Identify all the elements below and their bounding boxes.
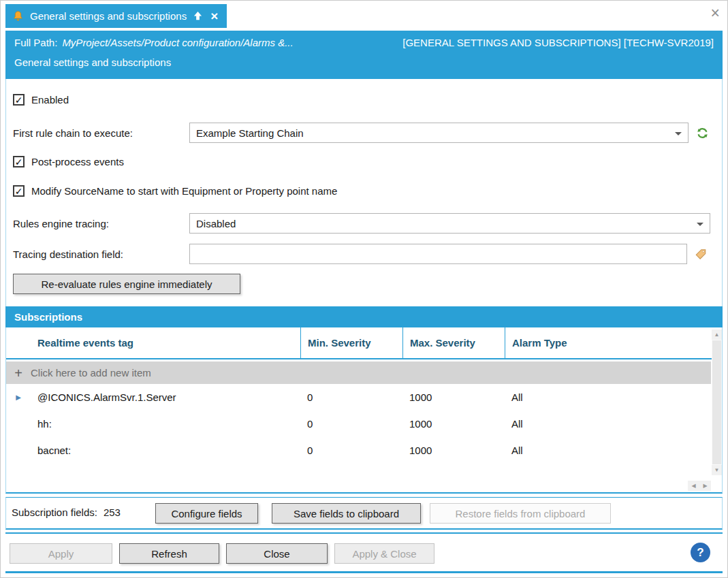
context-info: [GENERAL SETTINGS AND SUBSCRIPTIONS] [TE…	[402, 37, 714, 48]
check-icon: ✓	[15, 187, 23, 196]
help-glyph: ?	[697, 546, 703, 560]
column-header-tag[interactable]: Realtime events tag	[31, 327, 300, 358]
rules-engine-tracing-value: Disabled	[196, 218, 236, 229]
footer: Apply Refresh Close Apply & Close ?	[5, 532, 723, 573]
scroll-right-icon[interactable]: ▶	[699, 481, 711, 491]
modify-sourcename-checkbox[interactable]: ✓	[13, 185, 25, 197]
close-button[interactable]: Close	[226, 543, 328, 564]
full-path-label: Full Path:	[14, 37, 57, 48]
first-rule-chain-row: First rule chain to execute: Example Sta…	[13, 123, 709, 143]
tag-icon[interactable]	[695, 248, 707, 260]
scroll-up-icon[interactable]: ▲	[712, 330, 722, 340]
tracing-destination-row: Tracing destination field:	[13, 244, 707, 264]
vertical-scrollbar[interactable]: ▲ ▼	[712, 330, 722, 475]
tab-close-icon[interactable]: ×	[210, 10, 218, 22]
cell-tag: hh:	[31, 418, 300, 430]
table-header-row: Realtime events tag Min. Severity Max. S…	[6, 327, 722, 359]
row-expander-cell[interactable]: ▶	[6, 394, 31, 401]
cell-alarm-type: All	[505, 445, 711, 456]
post-process-label: Post-process events	[31, 156, 124, 167]
cell-max-severity: 1000	[402, 418, 505, 430]
plus-icon: +	[6, 366, 31, 380]
cell-tag: @ICONICS.AlarmSvr.1.Server	[31, 391, 300, 403]
subscription-fields-label: Subscription fields:	[12, 507, 97, 518]
reevaluate-row: Re-evaluate rules engine immediately	[13, 274, 240, 294]
rules-engine-tracing-select[interactable]: Disabled	[189, 213, 710, 234]
configure-fields-button[interactable]: Configure fields	[155, 503, 258, 524]
tab-title: General settings and subscriptions	[30, 10, 187, 22]
cell-tag: bacnet:	[31, 445, 300, 456]
header: Full Path: MyProject/Assets/Product conf…	[5, 31, 723, 79]
modify-sourcename-label: Modify SourceName to start with Equipmen…	[31, 185, 337, 197]
settings-panel: ✓ Enabled First rule chain to execute: E…	[5, 79, 723, 306]
scrollbar-thumb[interactable]	[712, 340, 721, 464]
subscriptions-table: Realtime events tag Min. Severity Max. S…	[5, 327, 723, 494]
rules-engine-tracing-row: Rules engine tracing: Disabled	[13, 213, 710, 234]
tracing-destination-input[interactable]	[189, 244, 687, 264]
tracing-destination-label: Tracing destination field:	[13, 248, 189, 260]
help-button[interactable]: ?	[691, 543, 710, 562]
save-fields-button[interactable]: Save fields to clipboard	[272, 503, 421, 524]
scroll-down-icon[interactable]: ▼	[712, 465, 722, 475]
table-row[interactable]: bacnet: 0 1000 All	[6, 437, 711, 464]
full-path: Full Path: MyProject/Assets/Product conf…	[14, 37, 294, 48]
expander-column-header	[6, 327, 31, 358]
expander-icon: ▶	[16, 394, 21, 401]
chevron-down-icon	[675, 132, 682, 135]
cell-alarm-type: All	[505, 418, 711, 430]
enabled-row: ✓ Enabled	[13, 94, 69, 106]
first-rule-chain-select[interactable]: Example Starting Chain	[189, 123, 689, 143]
horizontal-scrollbar[interactable]: ◀ ▶	[688, 481, 711, 491]
first-rule-chain-label: First rule chain to execute:	[13, 127, 189, 139]
rules-engine-tracing-label: Rules engine tracing:	[13, 218, 189, 229]
tab-general-settings[interactable]: General settings and subscriptions ×	[5, 4, 227, 28]
apply-and-close-button[interactable]: Apply & Close	[334, 543, 434, 564]
refresh-chain-icon[interactable]	[696, 127, 709, 140]
cell-min-severity: 0	[300, 445, 402, 456]
column-header-min-severity[interactable]: Min. Severity	[300, 327, 402, 358]
cell-min-severity: 0	[300, 391, 402, 403]
table-row[interactable]: hh: 0 1000 All	[6, 411, 711, 437]
post-process-checkbox[interactable]: ✓	[13, 156, 25, 167]
enabled-checkbox[interactable]: ✓	[13, 94, 25, 106]
chevron-down-icon	[697, 223, 703, 226]
table-row[interactable]: ▶ @ICONICS.AlarmSvr.1.Server 0 1000 All	[6, 384, 711, 411]
column-header-max-severity[interactable]: Max. Severity	[402, 327, 505, 358]
column-header-alarm-type[interactable]: Alarm Type	[505, 327, 711, 358]
first-rule-chain-value: Example Starting Chain	[196, 127, 304, 139]
apply-button[interactable]: Apply	[10, 543, 112, 564]
check-icon: ✓	[15, 157, 23, 167]
full-path-value: MyProject/Assets/Product configuration/A…	[62, 37, 293, 48]
page-title: General settings and subscriptions	[14, 57, 714, 68]
restore-fields-button[interactable]: Restore fields from clipboard	[430, 503, 611, 524]
cell-max-severity: 1000	[402, 391, 505, 403]
general-settings-dialog: General settings and subscriptions × × F…	[0, 0, 728, 578]
bell-icon	[12, 10, 24, 22]
scroll-left-icon[interactable]: ◀	[688, 481, 699, 491]
promote-up-icon[interactable]	[193, 11, 203, 21]
cell-alarm-type: All	[505, 391, 711, 403]
subscriptions-header: Subscriptions	[5, 306, 723, 327]
add-new-item-row[interactable]: + Click here to add new item	[6, 362, 711, 384]
refresh-button[interactable]: Refresh	[119, 543, 219, 564]
add-new-item-label: Click here to add new item	[31, 367, 151, 379]
subscription-fields-bar: Subscription fields: 253 Configure field…	[5, 497, 723, 530]
check-icon: ✓	[15, 95, 23, 105]
post-process-row: ✓ Post-process events	[13, 156, 124, 167]
enabled-label: Enabled	[31, 94, 69, 106]
subscription-fields-info: Subscription fields: 253	[12, 507, 121, 518]
modify-sourcename-row: ✓ Modify SourceName to start with Equipm…	[13, 185, 337, 197]
cell-max-severity: 1000	[402, 445, 505, 456]
window-close-icon[interactable]: ×	[711, 5, 720, 21]
subscription-fields-count: 253	[104, 507, 121, 518]
reevaluate-button[interactable]: Re-evaluate rules engine immediately	[13, 274, 240, 294]
cell-min-severity: 0	[300, 418, 402, 430]
